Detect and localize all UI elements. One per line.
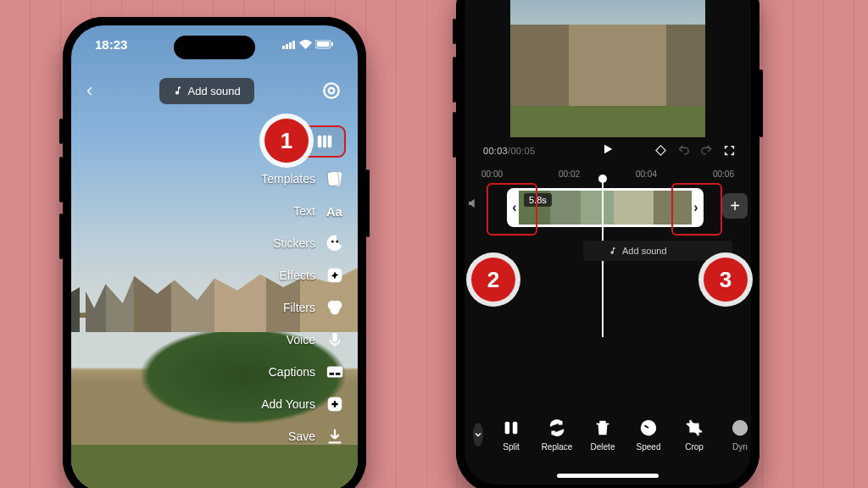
svg-rect-2 — [289, 42, 292, 49]
bottom-toolbar: Split Replace Delete Speed Crop Dyn — [465, 403, 751, 466]
stickers-icon — [324, 232, 346, 254]
tool-speed[interactable]: Speed — [627, 419, 670, 452]
status-time: 18:23 — [95, 37, 127, 52]
save-button[interactable]: Save — [288, 425, 346, 447]
effects-button[interactable]: Effects — [279, 264, 346, 286]
keyframe-icon[interactable] — [654, 144, 667, 160]
text-button[interactable]: Text Aa — [293, 200, 346, 222]
add-sound-label: Add sound — [188, 85, 241, 97]
addyours-button[interactable]: Add Yours — [261, 393, 346, 415]
svg-rect-5 — [317, 41, 330, 46]
captions-icon — [324, 361, 346, 383]
play-button[interactable] — [601, 142, 615, 159]
svg-rect-1 — [286, 44, 288, 49]
fullscreen-icon[interactable] — [723, 144, 736, 160]
right-toolbar: Edit Templates Text Aa Stickers — [261, 125, 346, 447]
phone-left: 18:23 ‹ Add sound Edit — [63, 17, 366, 488]
tool-replace[interactable]: Replace — [536, 419, 578, 452]
svg-point-15 — [331, 241, 334, 243]
settings-icon[interactable] — [320, 80, 342, 102]
svg-rect-10 — [323, 136, 326, 148]
callout-2: 2 — [471, 258, 515, 302]
playback-time: 00:03/00:05 — [483, 146, 535, 156]
callout-1: 1 — [264, 119, 309, 163]
svg-rect-11 — [328, 136, 332, 148]
tool-split[interactable]: Split — [490, 419, 532, 452]
svg-rect-23 — [330, 373, 335, 375]
templates-button[interactable]: Templates — [261, 168, 346, 190]
svg-rect-26 — [505, 421, 510, 434]
svg-rect-3 — [292, 41, 295, 49]
highlight-right — [671, 183, 722, 236]
stickers-button[interactable]: Stickers — [273, 232, 346, 254]
tool-crop[interactable]: Crop — [673, 419, 715, 452]
voice-icon — [324, 329, 346, 351]
video-preview[interactable] — [510, 0, 705, 137]
svg-point-20 — [331, 305, 340, 314]
callout-3: 3 — [704, 258, 748, 302]
add-sound-track[interactable]: Add sound — [583, 241, 732, 261]
undo-icon[interactable] — [677, 144, 690, 160]
phone-right: 00:03/00:05 00:00 00:02 00:04 00:06 5.8s… — [456, 0, 760, 488]
svg-rect-27 — [513, 421, 518, 434]
effects-icon — [324, 264, 346, 286]
edit-icon — [314, 130, 336, 152]
svg-rect-24 — [336, 373, 341, 375]
redo-icon[interactable] — [700, 144, 713, 160]
svg-rect-13 — [327, 171, 339, 186]
add-clip-button[interactable]: + — [722, 193, 748, 219]
text-icon: Aa — [324, 200, 346, 222]
highlight-left — [487, 183, 537, 236]
svg-rect-0 — [282, 46, 285, 49]
svg-text:Aa: Aa — [326, 205, 343, 219]
add-sound-button[interactable]: Add sound — [159, 78, 254, 104]
svg-point-16 — [336, 241, 338, 243]
tool-delete[interactable]: Delete — [581, 419, 624, 452]
back-button[interactable]: ‹ — [86, 80, 92, 102]
filters-icon — [324, 297, 346, 319]
status-icons — [282, 40, 334, 49]
templates-icon — [324, 168, 346, 190]
tool-dynamic[interactable]: Dyn — [719, 419, 751, 452]
svg-point-8 — [329, 88, 335, 94]
svg-rect-22 — [327, 367, 342, 378]
svg-point-29 — [733, 420, 748, 435]
filters-button[interactable]: Filters — [283, 297, 346, 319]
captions-button[interactable]: Captions — [269, 361, 346, 383]
download-icon — [324, 425, 346, 447]
home-indicator[interactable] — [557, 474, 659, 478]
status-bar: 18:23 — [71, 25, 358, 63]
addyours-icon — [324, 393, 346, 415]
collapse-button[interactable] — [473, 423, 483, 446]
svg-rect-9 — [318, 136, 322, 148]
svg-rect-6 — [331, 42, 333, 46]
timeline-ruler: 00:00 00:02 00:04 00:06 — [481, 169, 734, 179]
voice-button[interactable]: Voice — [287, 329, 346, 351]
svg-rect-21 — [332, 333, 337, 342]
svg-point-7 — [324, 83, 338, 97]
